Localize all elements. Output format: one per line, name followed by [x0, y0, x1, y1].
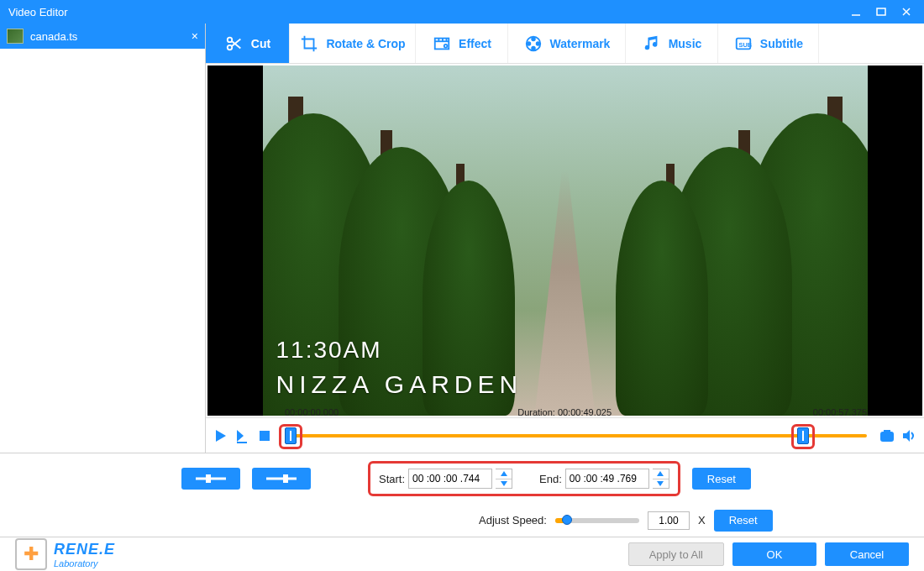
- reel-icon: [523, 34, 543, 54]
- minimize-button[interactable]: [843, 2, 869, 22]
- brand-logo: RENE.E Laboratory: [15, 538, 115, 570]
- cut-controls: Start: End: Reset: [0, 453, 924, 504]
- svg-point-13: [444, 44, 448, 47]
- film-icon: [432, 34, 452, 54]
- spinner-down-icon[interactable]: [496, 479, 512, 489]
- music-icon: [642, 34, 662, 54]
- play-button[interactable]: [213, 427, 229, 444]
- tab-watermark[interactable]: Watermark: [508, 24, 626, 63]
- speed-controls: Adjust Speed: X Reset: [0, 504, 924, 537]
- subtitle-icon: SUB: [733, 34, 753, 54]
- start-label: Start:: [379, 473, 405, 485]
- svg-marker-35: [657, 471, 664, 476]
- logo-sub: Laboratory: [54, 558, 115, 568]
- svg-marker-22: [237, 430, 244, 442]
- trim-end-handle[interactable]: [797, 427, 809, 444]
- svg-rect-32: [283, 474, 288, 483]
- apply-all-button[interactable]: Apply to All: [628, 542, 724, 566]
- tab-subtitle[interactable]: SUB Subtitle: [718, 24, 819, 63]
- end-time-spinner[interactable]: [653, 469, 669, 489]
- titlebar: Video Editor: [0, 0, 924, 24]
- spinner-down-icon[interactable]: [653, 479, 669, 489]
- svg-rect-30: [206, 474, 211, 483]
- cancel-button[interactable]: Cancel: [825, 542, 909, 566]
- svg-rect-27: [885, 431, 890, 433]
- svg-rect-24: [260, 431, 270, 441]
- volume-button[interactable]: [900, 427, 917, 444]
- start-end-box: Start: End:: [368, 461, 680, 496]
- tab-label: Effect: [459, 37, 491, 50]
- svg-marker-33: [501, 471, 507, 476]
- end-label: End:: [539, 473, 562, 485]
- svg-point-26: [885, 434, 890, 439]
- video-overlay-text: 11:30AM NIZZA GARDEN: [276, 337, 523, 399]
- snapshot-button[interactable]: [879, 427, 895, 444]
- svg-point-4: [228, 37, 233, 42]
- overlay-time: 11:30AM: [276, 337, 523, 364]
- speed-value-input[interactable]: [648, 511, 690, 530]
- tab-cut[interactable]: Cut: [206, 24, 290, 63]
- start-time-input[interactable]: [408, 469, 492, 489]
- tab-rotate-crop[interactable]: Rotate & Crop: [290, 24, 416, 63]
- time-duration-label: Duration: 00:00:49.025: [517, 407, 612, 417]
- stop-button[interactable]: [256, 427, 273, 444]
- step-button[interactable]: [234, 427, 251, 444]
- file-sidebar: canada.ts ×: [0, 24, 206, 453]
- footer: RENE.E Laboratory Apply to All OK Cancel: [0, 537, 924, 571]
- tab-label: Subtitle: [760, 37, 803, 50]
- svg-marker-34: [501, 481, 507, 486]
- timeline-track[interactable]: 00:00:00.000 Duration: 00:00:49.025 00:0…: [285, 422, 867, 449]
- svg-point-5: [228, 45, 233, 50]
- start-time-spinner[interactable]: [496, 469, 512, 489]
- svg-marker-21: [216, 430, 226, 442]
- timeline: 00:00:00.000 Duration: 00:00:49.025 00:0…: [206, 417, 924, 453]
- video-preview[interactable]: 11:30AM NIZZA GARDEN: [207, 65, 922, 416]
- speed-label: Adjust Speed:: [479, 514, 547, 526]
- svg-point-18: [527, 42, 530, 45]
- window-controls: [843, 2, 919, 22]
- timeline-bar: [285, 434, 867, 437]
- reset-cut-button[interactable]: Reset: [692, 468, 751, 490]
- end-time-input[interactable]: [565, 469, 649, 489]
- time-total-label: 00:00:57.375: [813, 407, 867, 417]
- svg-marker-28: [903, 430, 910, 442]
- file-tab[interactable]: canada.ts ×: [0, 24, 205, 49]
- svg-marker-36: [657, 481, 664, 486]
- reset-speed-button[interactable]: Reset: [714, 510, 773, 532]
- svg-point-17: [532, 46, 535, 50]
- maximize-button[interactable]: [869, 2, 894, 22]
- file-name: canada.ts: [30, 30, 77, 43]
- svg-rect-1: [877, 8, 885, 15]
- spinner-up-icon[interactable]: [653, 469, 669, 479]
- trim-start-handle[interactable]: [285, 427, 297, 444]
- window-title: Video Editor: [8, 6, 68, 18]
- close-button[interactable]: [894, 2, 919, 22]
- tool-tabs: Cut Rotate & Crop Effect Watermark: [206, 24, 924, 64]
- tab-label: Cut: [251, 37, 270, 50]
- scissors-icon: [224, 34, 244, 54]
- video-frame: 11:30AM NIZZA GARDEN: [263, 65, 868, 416]
- tab-label: Music: [669, 37, 702, 50]
- svg-point-16: [536, 42, 539, 45]
- ok-button[interactable]: OK: [732, 542, 816, 566]
- speed-suffix: X: [698, 514, 706, 526]
- spinner-up-icon[interactable]: [496, 469, 512, 479]
- file-close-icon[interactable]: ×: [192, 29, 198, 43]
- overlay-location: NIZZA GARDEN: [276, 370, 523, 399]
- tab-label: Watermark: [550, 37, 611, 50]
- mark-end-button[interactable]: [252, 468, 311, 490]
- speed-slider[interactable]: [555, 518, 639, 523]
- tab-effect[interactable]: Effect: [416, 24, 508, 63]
- time-current-label: 00:00:00.000: [285, 407, 339, 417]
- mark-start-button[interactable]: [181, 468, 240, 490]
- file-thumbnail: [7, 29, 24, 44]
- tab-music[interactable]: Music: [626, 24, 718, 63]
- crop-icon: [299, 34, 319, 54]
- svg-point-15: [532, 37, 535, 40]
- logo-name: RENE.E: [54, 541, 115, 558]
- svg-text:SUB: SUB: [738, 40, 751, 48]
- logo-icon: [15, 538, 47, 570]
- tab-label: Rotate & Crop: [326, 37, 405, 50]
